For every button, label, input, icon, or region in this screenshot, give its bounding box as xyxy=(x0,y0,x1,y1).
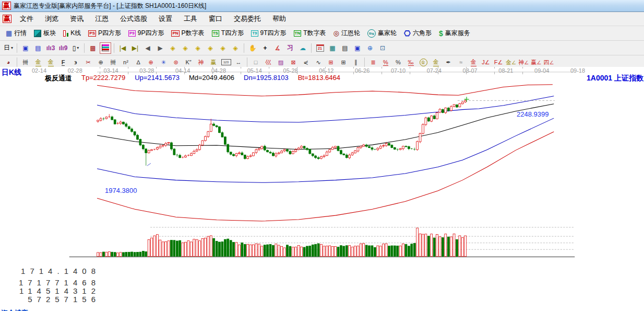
red-pattern-button[interactable]: ▩ xyxy=(87,42,99,54)
angle-f-button[interactable]: F∠ xyxy=(493,56,504,68)
sector-blocks-button[interactable]: 板块 xyxy=(30,28,59,39)
circle-cross-button[interactable]: ⊕ xyxy=(95,56,106,68)
angle-measure-button[interactable]: ∡ xyxy=(272,42,283,54)
shift-left-diamond-button[interactable]: ◈ xyxy=(167,42,178,54)
first-page-button[interactable]: |◀ xyxy=(117,42,128,54)
menu-item-0[interactable]: 文件 xyxy=(14,13,39,25)
nine-t-square-button[interactable]: T99T四方形 xyxy=(247,28,290,39)
stock-note-button[interactable]: ▤ xyxy=(32,42,44,54)
angle-shen-button[interactable]: 神∠ xyxy=(518,56,529,68)
star-web-box-icon: ⊛ xyxy=(173,59,178,66)
chan-pattern-button[interactable]: ▣ xyxy=(20,42,31,54)
p-number-table-button[interactable]: PNP数字表 xyxy=(168,28,208,39)
parallel-diag-button[interactable]: ∥ xyxy=(350,56,362,68)
matrix-grid-button[interactable]: ▦ xyxy=(327,42,338,54)
bar-span-button[interactable]: ↔ xyxy=(233,56,244,68)
compress-vertical-diamond-button[interactable]: ◈ xyxy=(230,42,241,54)
zoom-out-diamond-button[interactable]: ◈ xyxy=(205,42,216,54)
angle-four-button[interactable]: 四∠ xyxy=(543,56,554,68)
date-tick-02-14: 02-14 xyxy=(26,67,52,74)
save-disk-button[interactable]: ▣ xyxy=(352,42,363,54)
period-daily-button[interactable]: 日▾ xyxy=(3,42,14,54)
gann-wheel-button[interactable]: ◎江恩轮 xyxy=(330,28,364,39)
web-link-button[interactable]: ⊕ xyxy=(364,42,376,54)
wave-band-button[interactable]: ≈ xyxy=(455,56,467,68)
menu-item-8[interactable]: 交易委托 xyxy=(228,13,267,25)
gann-compass-button[interactable]: ◕ xyxy=(3,56,14,68)
winner-wheel-button[interactable]: Big赢家轮 xyxy=(364,28,400,39)
crosshair-button[interactable]: + xyxy=(259,42,271,54)
angle-gold-button[interactable]: 金∠ xyxy=(505,56,517,68)
fan-red-button[interactable]: 巛 xyxy=(263,56,274,68)
bars-3-button[interactable]: ılı3 xyxy=(45,42,56,54)
bars-9-button[interactable]: ılı9 xyxy=(57,42,69,54)
fan-box-button[interactable]: ▨ xyxy=(275,56,287,68)
p-square-button[interactable]: PSP四方形 xyxy=(85,28,125,39)
angle-win-button[interactable]: 赢∠ xyxy=(530,56,542,68)
menu-item-3[interactable]: 江恩 xyxy=(89,13,114,25)
time-grid-button[interactable]: 卌 xyxy=(20,56,31,68)
menu-item-9[interactable]: 帮助 xyxy=(267,13,292,25)
angle-delta-button[interactable]: ∆ xyxy=(133,56,144,68)
candle-style-button[interactable]: ▯▾ xyxy=(70,42,81,54)
pan-hand-button[interactable]: ✋ xyxy=(247,42,258,54)
cloud-wave-button[interactable]: ☁ xyxy=(297,42,308,54)
gold-red-levels-button[interactable]: 金 xyxy=(468,56,479,68)
hexagon-tool-button[interactable]: 六角形 xyxy=(400,28,435,39)
spiral-icon: ϶ xyxy=(74,59,77,65)
gann-target-button[interactable]: ⊕ xyxy=(145,56,157,68)
fib-grid-button[interactable]: F xyxy=(57,56,69,68)
gann-xi-button[interactable]: 习 xyxy=(284,42,296,54)
k-marks-button[interactable]: K″ xyxy=(183,56,194,68)
t-square-button[interactable]: TST四方形 xyxy=(208,28,248,39)
angle-j-button[interactable]: J∠ xyxy=(480,56,492,68)
menu-item-1[interactable]: 浏览 xyxy=(39,13,64,25)
menu-item-4[interactable]: 公式选股 xyxy=(114,13,153,25)
gold-grid-1-button[interactable]: 金 xyxy=(32,56,44,68)
winner-service-button[interactable]: $赢家服务 xyxy=(435,28,474,39)
ray-angles-button[interactable]: ⋞ xyxy=(300,56,312,68)
ink-brush-button[interactable]: ✒ xyxy=(443,56,454,68)
time-lines-button[interactable]: 卌 xyxy=(108,56,119,68)
gold-grid-2-button[interactable]: 金 xyxy=(45,56,56,68)
zigzag-button[interactable]: ∿ xyxy=(313,56,324,68)
zoom-in-diamond-button[interactable]: ◈ xyxy=(192,42,204,54)
grid-red-button[interactable]: ⊞ xyxy=(325,56,337,68)
pct-line-button[interactable]: % xyxy=(380,56,391,68)
star-web-box-button[interactable]: ⊛ xyxy=(170,56,182,68)
menu-item-5[interactable]: 设置 xyxy=(153,13,178,25)
volume-histogram-button[interactable] xyxy=(100,42,111,54)
menu-item-6[interactable]: 工具 xyxy=(178,13,203,25)
menu-item-2[interactable]: 资讯 xyxy=(64,13,89,25)
next-bar-button[interactable]: ▶ xyxy=(154,42,166,54)
ruler-123-button[interactable]: 123 xyxy=(220,56,232,68)
level-steps-button[interactable]: ≣ xyxy=(367,56,379,68)
t-number-table-button[interactable]: TNT数字表 xyxy=(290,28,330,39)
remote-pc-button[interactable]: ⊡ xyxy=(377,42,388,54)
menu-item-7[interactable]: 窗口 xyxy=(203,13,228,25)
calendar-button[interactable]: 21 xyxy=(314,42,326,54)
grid-black-button[interactable]: ⊞ xyxy=(338,56,349,68)
spiral-button[interactable]: ϶ xyxy=(70,56,81,68)
star-web-button[interactable]: ✳ xyxy=(158,56,169,68)
kline-chart-canvas[interactable]: 日K线 02-1402-2803-1403-2804-1404-2805-140… xyxy=(0,67,644,311)
permille-line-button[interactable]: ‰ xyxy=(405,56,416,68)
gold-levels-button[interactable]: 金 xyxy=(430,56,442,68)
bar-span-icon: ↔ xyxy=(236,59,242,65)
pct-button[interactable]: % xyxy=(392,56,404,68)
n-square-button[interactable]: n² xyxy=(120,56,132,68)
diag-box-button[interactable]: ⊠ xyxy=(288,56,299,68)
win-mark-button[interactable]: 赢 xyxy=(208,56,219,68)
nine-p-square-button[interactable]: P99P四方形 xyxy=(125,28,168,39)
prev-bar-button[interactable]: ◀ xyxy=(142,42,153,54)
kline-view-button[interactable]: K线 xyxy=(59,28,85,39)
last-page-button[interactable]: ▶| xyxy=(129,42,141,54)
shift-right-diamond-button[interactable]: ◈ xyxy=(180,42,191,54)
gold-circle-button[interactable]: 金 xyxy=(418,56,429,68)
expand-vertical-diamond-button[interactable]: ◈ xyxy=(217,42,229,54)
box-tool-button[interactable]: □ xyxy=(250,56,261,68)
report-doc-button[interactable]: ▤ xyxy=(339,42,351,54)
shen-mark-button[interactable]: 神 xyxy=(195,56,207,68)
market-quotes-button[interactable]: ▦行情 xyxy=(2,28,30,39)
measure-cut-button[interactable]: ✂ xyxy=(82,56,94,68)
